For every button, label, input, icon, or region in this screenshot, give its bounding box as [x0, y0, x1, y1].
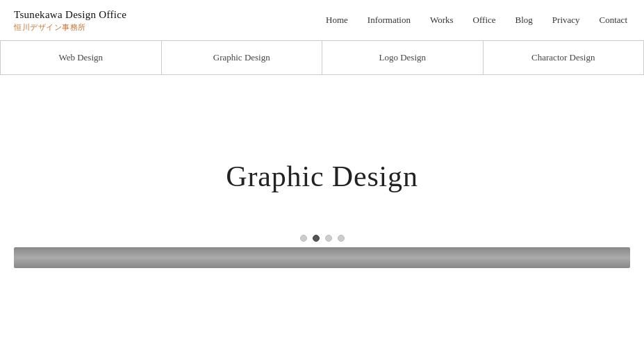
- logo: Tsunekawa Design Office 恒川デザイン事務所: [14, 8, 126, 32]
- slider-dots: [300, 235, 345, 242]
- slider-area: [14, 235, 630, 268]
- tab-logo-design[interactable]: Logo Design: [322, 41, 484, 74]
- tab-web-design[interactable]: Web Design: [0, 41, 162, 74]
- tab-graphic-design[interactable]: Graphic Design: [162, 41, 323, 74]
- page-title: Graphic Design: [226, 160, 418, 193]
- tab-charactor-design[interactable]: Charactor Design: [484, 41, 645, 74]
- slider-track: [14, 247, 630, 268]
- slider-dot-2[interactable]: [325, 235, 332, 242]
- header: Tsunekawa Design Office 恒川デザイン事務所 HomeIn…: [0, 0, 644, 40]
- slider-dot-0[interactable]: [300, 235, 307, 242]
- logo-sub: 恒川デザイン事務所: [14, 22, 126, 32]
- slider-dot-3[interactable]: [338, 235, 345, 242]
- sub-nav: Web DesignGraphic DesignLogo DesignChara…: [0, 40, 644, 75]
- slider-dot-1[interactable]: [313, 235, 320, 242]
- nav-home[interactable]: Home: [326, 15, 348, 26]
- main-content: Graphic Design: [0, 75, 644, 325]
- nav-office[interactable]: Office: [473, 15, 496, 26]
- nav-contact[interactable]: Contact: [600, 15, 627, 26]
- nav-blog[interactable]: Blog: [515, 15, 533, 26]
- nav-privacy[interactable]: Privacy: [552, 15, 580, 26]
- main-nav: HomeInformationWorksOfficeBlogPrivacyCon…: [326, 15, 627, 26]
- nav-information[interactable]: Information: [368, 15, 411, 26]
- nav-works[interactable]: Works: [430, 15, 454, 26]
- logo-main: Tsunekawa Design Office: [14, 8, 126, 22]
